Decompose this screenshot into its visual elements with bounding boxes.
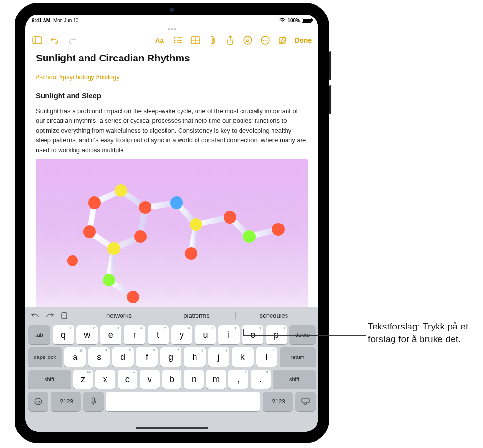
key-s[interactable]: #s: [88, 347, 109, 367]
table-icon[interactable]: [190, 35, 201, 45]
attach-icon[interactable]: [208, 35, 218, 45]
battery-percent: 100%: [287, 18, 300, 23]
svg-point-27: [190, 218, 202, 231]
return-key[interactable]: return: [280, 347, 316, 367]
key-e[interactable]: 3e: [100, 325, 121, 344]
key-z[interactable]: %z: [73, 370, 93, 389]
key-d[interactable]: $d: [112, 347, 134, 367]
svg-rect-38: [92, 398, 95, 402]
num-switch-key-right[interactable]: .?123: [263, 392, 293, 411]
note-content[interactable]: Sunlight and Circadian Rhythms #school #…: [25, 48, 318, 307]
svg-point-18: [88, 196, 101, 209]
delete-key[interactable]: delete: [289, 325, 316, 344]
svg-point-26: [170, 196, 183, 209]
svg-rect-0: [33, 37, 42, 44]
suggestion-item[interactable]: schedules: [235, 310, 313, 321]
svg-point-22: [107, 242, 120, 255]
key-y[interactable]: 6y: [171, 325, 193, 344]
key-u[interactable]: 7u: [195, 325, 216, 344]
list-icon[interactable]: [173, 35, 183, 45]
callout-leader-line: [243, 335, 366, 336]
svg-point-7: [174, 42, 176, 44]
note-heading[interactable]: Sunlight and Sleep: [36, 91, 308, 100]
key-f[interactable]: &f: [136, 347, 157, 367]
svg-point-36: [37, 401, 38, 402]
keyboard-toolbar: networks platforms schedules: [27, 309, 317, 322]
svg-point-23: [83, 225, 96, 238]
sidebar-icon[interactable]: [32, 35, 43, 45]
keyboard: networks platforms schedules tab 1q2w3e4…: [25, 307, 318, 432]
key-g[interactable]: *g: [160, 347, 181, 367]
svg-point-29: [243, 230, 256, 243]
key-j[interactable]: )j: [208, 347, 229, 367]
keyboard-row-4: .?123 .?123: [27, 392, 317, 411]
svg-point-35: [35, 398, 42, 405]
space-key[interactable]: [106, 392, 260, 411]
key-p[interactable]: 0p: [266, 325, 287, 344]
multitask-indicator[interactable]: [25, 25, 318, 32]
key-.[interactable]: ?.: [251, 370, 271, 389]
key-o[interactable]: 9o: [242, 325, 263, 344]
num-switch-key-left[interactable]: .?123: [51, 392, 81, 411]
dismiss-keyboard-key[interactable]: [295, 392, 316, 411]
home-indicator[interactable]: [136, 427, 208, 429]
key-a[interactable]: @a: [64, 347, 86, 367]
volume-down-button: [329, 85, 331, 114]
tab-key[interactable]: tab: [28, 325, 50, 344]
svg-point-12: [244, 36, 252, 44]
suggestion-bar: networks platforms schedules: [74, 310, 313, 321]
note-image-molecule[interactable]: [36, 159, 308, 307]
key-w[interactable]: 2w: [76, 325, 98, 344]
undo-icon[interactable]: [49, 35, 60, 45]
key-r[interactable]: 4r: [124, 325, 145, 344]
markup-icon[interactable]: [242, 35, 253, 45]
key-c[interactable]: +c: [118, 370, 137, 389]
done-button[interactable]: Done: [295, 36, 312, 44]
mic-key[interactable]: [83, 392, 104, 411]
svg-point-24: [103, 274, 115, 286]
caps-lock-key[interactable]: caps lock: [28, 347, 62, 367]
kb-clipboard-icon[interactable]: [59, 310, 70, 321]
key-i[interactable]: 8i: [218, 325, 240, 344]
key-t[interactable]: 5t: [148, 325, 169, 344]
key-n[interactable]: ;n: [184, 370, 204, 389]
suggestion-item[interactable]: platforms: [158, 310, 235, 321]
format-icon[interactable]: Aa: [155, 35, 166, 45]
key-k[interactable]: 'k: [232, 347, 253, 367]
shift-key-right[interactable]: shift: [273, 370, 316, 389]
wifi-icon: [279, 18, 286, 23]
shift-key-left[interactable]: shift: [28, 370, 71, 389]
key-h[interactable]: (h: [184, 347, 205, 367]
kb-undo-icon[interactable]: [30, 310, 41, 321]
key-,[interactable]: !,: [228, 370, 248, 389]
svg-point-25: [127, 291, 139, 303]
keyboard-row-1: tab 1q2w3e4r5t6y7u8i9o0pdelete: [27, 325, 317, 344]
key-x[interactable]: -x: [95, 370, 115, 389]
note-paragraph[interactable]: Sunlight has a profound impact on the sl…: [36, 106, 308, 155]
svg-point-20: [139, 201, 151, 214]
svg-point-16: [267, 40, 268, 41]
svg-point-21: [134, 230, 147, 243]
compose-icon[interactable]: [277, 35, 288, 45]
volume-up-button: [329, 51, 331, 80]
svg-point-28: [224, 211, 236, 224]
note-title[interactable]: Sunlight and Circadian Rhythms: [36, 52, 308, 64]
key-m[interactable]: :m: [206, 370, 226, 389]
svg-point-3: [174, 37, 176, 39]
status-time: 9:41 AM: [32, 18, 50, 23]
toolbar: Aa: [25, 32, 318, 48]
note-tags[interactable]: #school #psychology #biology: [36, 74, 308, 81]
key-q[interactable]: 1q: [53, 325, 74, 344]
svg-point-31: [185, 247, 197, 260]
key-l[interactable]: "l: [256, 347, 277, 367]
more-icon[interactable]: [260, 35, 271, 45]
key-v[interactable]: =v: [140, 370, 160, 389]
suggestion-item[interactable]: networks: [80, 310, 158, 321]
share-icon[interactable]: [225, 35, 236, 45]
svg-point-5: [174, 40, 176, 41]
front-camera: [170, 8, 174, 12]
globe-key[interactable]: [28, 392, 48, 411]
key-b[interactable]: /b: [162, 370, 182, 389]
kb-redo-icon[interactable]: [45, 310, 55, 321]
screen: 9:41 AM Mon Jun 10 100%: [25, 15, 318, 432]
